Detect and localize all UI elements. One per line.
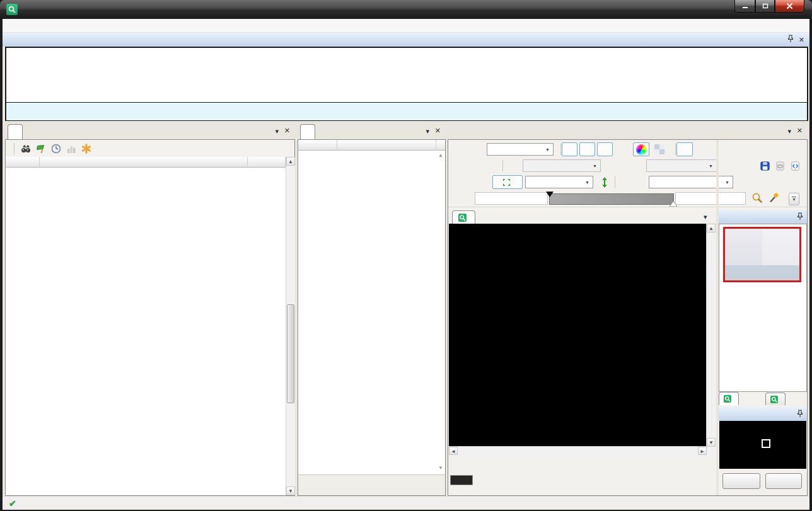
zoom-range-icon[interactable] [751,192,763,204]
red-channel-button[interactable] [562,142,577,156]
overlay-dropdown[interactable]: ▼ [649,176,733,188]
find-icon[interactable] [20,142,32,155]
timeline-graph[interactable] [5,47,808,103]
api-calls-tabbar: ▾ ✕ [298,123,446,139]
event-browser-tabbar: ▾ ✕ [5,123,295,139]
event-table-header[interactable] [6,157,294,168]
column-name[interactable] [40,157,248,168]
event-browser-toolbar [6,140,294,158]
outputs-list [719,224,807,392]
texture-image [449,224,706,364]
checkerboard-background-button[interactable] [651,142,668,156]
menu-bar [3,19,809,33]
range-max-input[interactable] [675,192,746,205]
close-panel-icon[interactable]: ✕ [435,127,441,135]
green-channel-button[interactable] [579,142,595,156]
callstack-section [298,474,445,495]
save-icon[interactable] [758,159,771,172]
pin-icon[interactable] [797,410,803,420]
api-calls-body: ▲ ▼ [298,139,446,496]
column-api-call[interactable] [337,140,436,151]
api-calls-panel: ▾ ✕ ▲ ▼ [298,123,446,496]
renderdoc-app-icon [6,4,18,15]
minimize-button[interactable] [734,0,755,13]
tab-inputs[interactable] [765,393,786,405]
scroll-down-icon[interactable]: ▼ [438,465,443,471]
color-wheel-icon [636,144,647,155]
bookmark-flag-icon[interactable] [35,142,47,155]
range-min-input[interactable] [475,192,548,205]
open-link-icon[interactable] [774,159,786,172]
slice-face-dropdown[interactable]: ▼ [646,159,717,172]
range-slider[interactable] [549,193,674,205]
renderdoc-outputs-icon [724,395,731,403]
chevron-down-icon[interactable]: ▾ [275,127,279,135]
scroll-up-icon[interactable]: ▲ [707,224,716,233]
output-thumbnail-fb0[interactable] [723,227,801,282]
texture-viewer-toolbar: ▼ [448,140,807,207]
timeline-close-icon[interactable]: ✕ [799,36,804,44]
texture-viewer-panel: ▾ ✕ ▼ [448,123,808,496]
scroll-right-icon[interactable]: ► [698,447,707,455]
outputs-header [719,210,807,224]
texture-display[interactable]: ▲ ▼ ◄ ► [449,224,716,456]
asterisk-icon[interactable] [80,142,93,155]
event-table [6,168,286,491]
column-eid[interactable] [6,157,40,168]
tab-api-calls[interactable] [300,124,315,139]
toolbar-overflow-button[interactable]: ▼ [789,193,799,205]
view-code-icon[interactable] [789,159,801,172]
scroll-up-icon[interactable]: ▲ [286,157,295,166]
scroll-left-icon[interactable]: ◄ [449,447,458,455]
range-black-handle[interactable] [546,192,554,197]
pin-icon[interactable] [787,35,794,45]
fit-button[interactable] [492,175,523,189]
texture-tab-unbound[interactable] [452,210,475,224]
renderdoc-inputs-icon [770,396,778,403]
channels-dropdown[interactable]: ▼ [487,143,554,156]
close-panel-icon[interactable]: ✕ [284,127,290,135]
maximize-button[interactable] [755,0,775,13]
tab-event-browser[interactable] [8,124,23,139]
event-browser-scrollbar[interactable]: ▲ ▼ [286,157,295,495]
pixel-context-view[interactable] [719,421,806,469]
gamma-button[interactable] [676,142,693,156]
texture-hscrollbar[interactable]: ◄ ► [449,446,707,456]
history-button[interactable] [722,473,760,489]
close-button[interactable] [775,0,804,13]
status-bar: ✔ [3,496,809,510]
blue-channel-button[interactable] [597,142,613,156]
mip-dropdown[interactable]: ▼ [523,159,601,172]
tab-outputs[interactable] [719,392,739,405]
texture-viewer-body: ▼ [448,139,808,496]
chevron-down-icon[interactable]: ▾ [787,127,791,135]
checkerboard-icon [654,144,664,154]
time-icon[interactable] [50,142,62,155]
column-eid[interactable] [298,140,337,151]
column-duration[interactable] [248,157,286,168]
scroll-down-icon[interactable]: ▼ [707,438,716,447]
texture-list-chevron-icon[interactable]: ▾ [704,213,707,221]
scroll-up-icon[interactable]: ▲ [438,152,443,158]
picked-color-swatch [450,475,473,485]
zoom-dropdown[interactable]: ▼ [525,176,593,188]
api-table-header[interactable] [298,140,445,151]
texture-vscrollbar[interactable]: ▲ ▼ [706,224,716,456]
chevron-down-icon[interactable]: ▾ [426,127,429,135]
right-panel-tabbar: ▾ ✕ [448,123,808,139]
scrollbar-thumb[interactable] [287,304,294,403]
flip-y-icon[interactable] [598,176,611,188]
alpha-channel-button[interactable] [615,142,630,156]
title-bar [0,0,812,19]
close-panel-icon[interactable]: ✕ [797,127,803,135]
stats-icon[interactable] [65,142,78,155]
autofit-wand-icon[interactable] [767,192,780,204]
event-browser-body: ▲ ▼ [5,139,295,496]
zoom-1to1-button[interactable] [475,175,491,189]
scroll-down-icon[interactable]: ▼ [286,486,295,495]
timeline-titlebar: ✕ [3,33,809,47]
color-wheel-button[interactable] [633,142,649,156]
pin-icon[interactable] [797,212,803,222]
thumbnail-caption [725,265,799,280]
debug-button[interactable] [765,473,802,489]
